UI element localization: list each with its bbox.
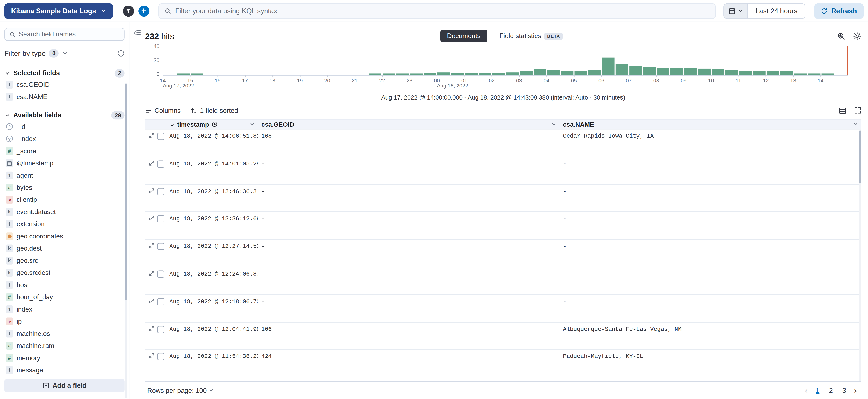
- table-header-csa-name[interactable]: csa.NAME: [560, 120, 862, 129]
- refresh-button[interactable]: Refresh: [815, 3, 864, 19]
- collapse-sidebar-button[interactable]: [132, 28, 142, 38]
- filter-by-type-button[interactable]: Filter by type 0: [4, 49, 68, 57]
- tab-field-statistics[interactable]: Field statistics BETA: [496, 32, 566, 40]
- expand-row-button[interactable]: [149, 188, 154, 193]
- expand-row-button[interactable]: [149, 160, 154, 166]
- field-name: geo.coordinates: [17, 232, 63, 240]
- field-item[interactable]: tcsa.GEOID: [4, 78, 125, 91]
- field-item[interactable]: textension: [4, 218, 125, 230]
- field-item[interactable]: kgeo.dest: [4, 242, 125, 254]
- rows-per-page-button[interactable]: Rows per page: 100: [147, 387, 214, 394]
- inspect-icon-button[interactable]: [837, 32, 845, 40]
- field-item[interactable]: IPip: [4, 315, 125, 327]
- fullscreen-button[interactable]: [854, 107, 862, 114]
- cell-csa-geoid: -: [258, 157, 560, 184]
- field-item[interactable]: kgeo.srcdest: [4, 267, 125, 279]
- field-item[interactable]: ?_id: [4, 121, 125, 133]
- field-item[interactable]: kgeo.src: [4, 255, 125, 267]
- x-axis-tick-mark: [574, 75, 575, 77]
- cell-csa-name: Paducah-Mayfield, KY-IL: [560, 350, 862, 377]
- field-item[interactable]: tcsa.NAME: [4, 91, 125, 103]
- histogram-plot-area[interactable]: [163, 46, 848, 75]
- expand-row-button[interactable]: [149, 270, 154, 276]
- row-checkbox[interactable]: [157, 188, 164, 195]
- expand-row-button[interactable]: [149, 133, 154, 138]
- cell-csa-geoid: -: [258, 267, 560, 294]
- date-picker-calendar-button[interactable]: [723, 3, 748, 19]
- x-axis-tick-label: 05: [571, 77, 577, 84]
- previous-page-button[interactable]: ‹: [803, 386, 810, 395]
- add-filter-button[interactable]: [138, 5, 149, 16]
- tab-documents[interactable]: Documents: [440, 30, 487, 42]
- column-menu-caret-icon: [250, 122, 255, 127]
- sort-icon: [191, 107, 197, 114]
- page-button-3[interactable]: 3: [839, 384, 850, 396]
- row-checkbox[interactable]: [157, 243, 164, 250]
- table-header-timestamp[interactable]: timestamp: [166, 120, 258, 129]
- keyword-field-type-icon: k: [5, 244, 13, 253]
- field-item[interactable]: geo.coordinates: [4, 230, 125, 242]
- field-item[interactable]: tagent: [4, 169, 125, 181]
- data-view-picker[interactable]: Kibana Sample Data Logs: [4, 3, 113, 19]
- display-options-button[interactable]: [839, 107, 846, 114]
- row-checkbox[interactable]: [157, 353, 164, 361]
- table-header-csa-geoid[interactable]: csa.GEOID: [258, 120, 560, 129]
- pagination-pages: 123: [812, 384, 850, 396]
- filter-by-type-label: Filter by type: [4, 49, 45, 57]
- table-scrollbar-thumb[interactable]: [859, 130, 861, 183]
- gear-icon-button[interactable]: [853, 32, 861, 40]
- field-search-input[interactable]: Search field names: [4, 28, 125, 41]
- next-page-button[interactable]: ›: [852, 386, 859, 395]
- expand-row-button[interactable]: [149, 243, 154, 248]
- field-item[interactable]: kevent.dataset: [4, 206, 125, 218]
- row-checkbox[interactable]: [157, 270, 164, 278]
- field-section-header-selected-fields[interactable]: Selected fields2: [4, 68, 125, 78]
- field-item[interactable]: thost: [4, 279, 125, 291]
- field-item[interactable]: #machine.ram: [4, 340, 125, 352]
- page-button-2[interactable]: 2: [826, 384, 836, 396]
- field-item[interactable]: tmachine.os: [4, 327, 125, 339]
- histogram-bar: [575, 71, 587, 75]
- add-field-button[interactable]: Add a field: [4, 379, 125, 392]
- expand-row-button[interactable]: [149, 215, 154, 221]
- columns-button[interactable]: Columns: [145, 107, 181, 114]
- row-checkbox[interactable]: [157, 215, 164, 223]
- filter-icon: [125, 8, 131, 13]
- cell-timestamp: Aug 18, 2022 @ 14:01:05.297: [166, 157, 258, 184]
- field-section-count-badge: 29: [112, 111, 125, 119]
- row-checkbox[interactable]: [157, 298, 164, 305]
- row-checkbox[interactable]: [157, 326, 164, 333]
- field-item[interactable]: IPclientip: [4, 194, 125, 206]
- field-filters-info-icon[interactable]: [117, 49, 125, 57]
- expand-row-button[interactable]: [149, 353, 154, 359]
- page-button-1[interactable]: 1: [812, 384, 823, 396]
- field-item[interactable]: #memory: [4, 352, 125, 364]
- field-item[interactable]: #bytes: [4, 181, 125, 194]
- field-item[interactable]: #hour_of_day: [4, 291, 125, 303]
- x-axis-tick-label: 07: [626, 77, 632, 84]
- field-item[interactable]: tindex: [4, 303, 125, 315]
- time-range-button[interactable]: Last 24 hours: [748, 3, 806, 19]
- field-item[interactable]: ?_index: [4, 133, 125, 145]
- field-item[interactable]: tmessage: [4, 364, 125, 376]
- sort-fields-button[interactable]: 1 field sorted: [191, 107, 238, 114]
- row-checkbox[interactable]: [157, 160, 164, 168]
- x-axis-tick-mark: [409, 75, 410, 77]
- saved-query-menu-button[interactable]: [123, 5, 134, 16]
- expand-row-button[interactable]: [149, 298, 154, 303]
- x-axis-tick-mark: [547, 75, 547, 77]
- expand-row-button[interactable]: [149, 326, 154, 331]
- histogram-chart[interactable]: 40 20 0 14151617181920212223000102030405…: [145, 44, 861, 87]
- x-axis-tick-label: 22: [379, 77, 385, 84]
- field-section-header-available-fields[interactable]: Available fields29: [4, 109, 125, 121]
- field-name: @timestamp: [17, 159, 53, 167]
- field-item[interactable]: @timestamp: [4, 157, 125, 169]
- expand-row-button[interactable]: [149, 381, 154, 381]
- sidebar-scrollbar-thumb[interactable]: [125, 84, 127, 300]
- row-checkbox[interactable]: [157, 133, 164, 140]
- x-axis-day-label: Aug 18, 2022: [437, 82, 468, 89]
- x-axis-tick-mark: [601, 75, 602, 77]
- kql-query-input[interactable]: Filter your data using KQL syntax: [158, 3, 716, 19]
- row-checkbox[interactable]: [157, 381, 164, 381]
- field-item[interactable]: #_score: [4, 145, 125, 157]
